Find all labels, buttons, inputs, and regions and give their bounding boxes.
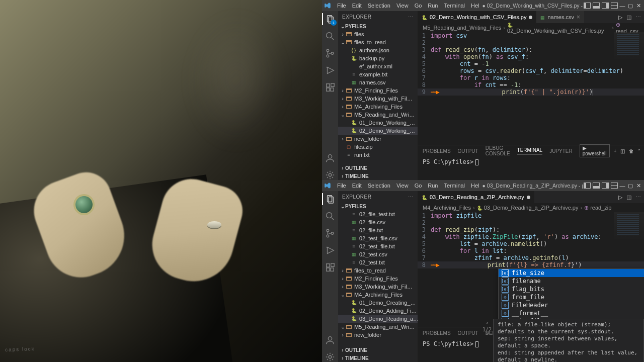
extensions-icon[interactable] — [325, 82, 335, 93]
search-icon[interactable] — [325, 211, 335, 221]
minimap[interactable] — [614, 212, 644, 242]
editor-tab[interactable]: 🐍 03_Demo_Reading_a_ZIP_Archive.py — [418, 191, 534, 203]
tree-item[interactable]: › M4_Archiving_Files — [338, 103, 418, 111]
breadcrumb[interactable]: M5_Reading_and_Writing_Files›🐍 02_Demo_W… — [418, 23, 644, 32]
tree-item[interactable]: 🐍 01_Demo_Working_… — [338, 119, 418, 127]
autocomplete-item[interactable]: ⊘ FileHeader — [499, 301, 644, 309]
more-actions-icon[interactable]: ⋯ — [635, 14, 641, 21]
autocomplete-item[interactable]: [ө] filename — [499, 277, 644, 285]
tree-item[interactable]: › M2_Finding_Files — [338, 275, 418, 283]
tree-item[interactable]: ▢ files.zip — [338, 143, 418, 151]
menu-view[interactable]: View — [393, 183, 412, 189]
layout-toggle-left-icon[interactable] — [584, 183, 591, 189]
code-line[interactable]: ——▶ print(f'{" | ".join(r)}') — [431, 88, 593, 96]
menu-run[interactable]: Run — [425, 183, 441, 189]
close-button[interactable]: ✕ — [635, 182, 642, 189]
panel-tab-problems[interactable]: PROBLEMS — [423, 148, 451, 154]
menu-hel[interactable]: Hel — [468, 3, 482, 9]
tree-item[interactable]: 🐍 02_Demo_Working_… — [338, 127, 418, 135]
run-button[interactable]: ▷ — [618, 194, 622, 201]
layout-toggle-left-icon[interactable] — [584, 3, 591, 9]
menu-go[interactable]: Go — [412, 183, 425, 189]
tree-item[interactable]: 🐍 01_Demo_Creating_… — [338, 299, 418, 307]
code-line[interactable]: def read_csv(fn, delimiter): — [431, 46, 532, 53]
code-editor[interactable]: 1import zipfile23def read_zip(zipf):4 wi… — [418, 212, 644, 327]
tree-item[interactable]: ▦ 02_test.csv — [338, 250, 418, 258]
close-button[interactable]: ✕ — [635, 2, 642, 9]
tree-item[interactable]: 🐍 03_Demo_Reading_a… — [338, 315, 418, 323]
breadcrumb-segment[interactable]: M4_Archiving_Files — [423, 205, 471, 211]
code-line[interactable]: import zipfile — [431, 212, 481, 219]
tree-item[interactable]: › M3_Working_with_Fil… — [338, 283, 418, 291]
tree-item[interactable]: ⌄ M4_Archiving_Files — [338, 291, 418, 299]
layout-customize-icon[interactable] — [611, 3, 618, 9]
split-editor-icon[interactable]: ◫ — [626, 14, 631, 21]
panel-tab-output[interactable]: OUTPUT — [458, 330, 478, 336]
account-icon[interactable] — [325, 153, 335, 163]
autocomplete-popup[interactable]: [ө] file_size [ө] filename [ө] flag_bits… — [498, 268, 644, 326]
minimize-button[interactable]: — — [619, 2, 626, 9]
tree-item[interactable]: ⌄ files_to_read — [338, 38, 418, 46]
more-actions-icon[interactable]: ⋯ — [635, 194, 641, 201]
panel-tab-output[interactable]: OUTPUT — [458, 148, 478, 154]
outline-section[interactable]: ›OUTLINE — [338, 164, 418, 172]
tree-item[interactable]: { } authors.json — [338, 46, 418, 54]
tree-item[interactable]: › new_folder — [338, 135, 418, 143]
tree-item[interactable]: ≡ example.txt — [338, 70, 418, 78]
tree-item[interactable]: ≡ 02_file_test.txt — [338, 210, 418, 218]
tree-item[interactable]: 🐍 backup.py — [338, 54, 418, 62]
code-line[interactable]: lst = archive.namelist() — [431, 240, 547, 247]
code-line[interactable]: ——▶ print(f'{l} => {zfinf.f}') — [431, 261, 582, 268]
more-icon[interactable]: ⋯ — [408, 194, 414, 200]
signature-nav[interactable]: ˄1/2˅ — [482, 322, 492, 337]
account-icon[interactable] — [325, 335, 335, 345]
workspace-root[interactable]: ⌄PYFILES — [338, 22, 418, 30]
code-line[interactable]: with zipfile.ZipFile(zipf, 'r') as archi… — [431, 233, 602, 240]
breadcrumb-segment[interactable]: ⊕ read_zip — [584, 205, 611, 211]
code-line[interactable]: for l in lst: — [431, 247, 507, 254]
terminal-shell-select[interactable]: ▶ powershell — [580, 144, 610, 157]
code-line[interactable]: cnt = -1 — [431, 60, 489, 67]
tree-item[interactable]: ▦ 02_test_file.csv — [338, 234, 418, 242]
source-control-icon[interactable] — [325, 48, 335, 58]
gear-icon[interactable] — [325, 352, 335, 362]
run-button[interactable]: ▷ — [618, 14, 622, 21]
panel-tab-jupyter[interactable]: JUPYTER — [549, 148, 573, 154]
layout-customize-icon[interactable] — [611, 183, 618, 189]
timeline-section[interactable]: ›TIMELINE — [338, 172, 418, 180]
layout-toggle-right-icon[interactable] — [602, 183, 609, 189]
menu-file[interactable]: File — [334, 3, 349, 9]
tree-item[interactable]: ≡ 02_file.txt — [338, 226, 418, 234]
tree-item[interactable]: 🐍 02_Demo_Adding_Fi… — [338, 307, 418, 315]
tree-item[interactable]: › files_to_read — [338, 266, 418, 275]
menu-selection[interactable]: Selection — [365, 3, 393, 9]
extensions-icon[interactable] — [325, 262, 335, 273]
more-icon[interactable]: ⋯ — [408, 14, 414, 20]
menu-selection[interactable]: Selection — [365, 183, 393, 189]
menu-edit[interactable]: Edit — [349, 3, 365, 9]
tree-item[interactable]: › files — [338, 30, 418, 38]
outline-section[interactable]: ›OUTLINE — [338, 346, 418, 354]
autocomplete-item[interactable]: [ө] file_size — [499, 269, 644, 277]
workspace-root[interactable]: ⌄PYFILES — [338, 202, 418, 210]
code-editor[interactable]: 1import csv23def read_csv(fn, delimiter)… — [418, 32, 644, 145]
debug-icon[interactable] — [325, 65, 335, 75]
menu-edit[interactable]: Edit — [349, 183, 365, 189]
files-icon[interactable] — [325, 194, 335, 204]
code-line[interactable]: def read_zip(zipf): — [431, 226, 500, 233]
layout-toggle-right-icon[interactable] — [602, 3, 609, 9]
autocomplete-item[interactable]: [ө] flag_bits — [499, 285, 644, 293]
autocomplete-item[interactable]: ⊘ __format__ — [499, 309, 644, 317]
tree-item[interactable]: ≡ 02_test.txt — [338, 258, 418, 266]
autocomplete-item[interactable]: ⊘ from_file — [499, 293, 644, 301]
source-control-icon[interactable] — [325, 228, 335, 238]
tree-item[interactable]: ⌄ M5_Reading_and_Wri… — [338, 111, 418, 119]
breadcrumb-segment[interactable]: M5_Reading_and_Writing_Files — [423, 25, 501, 31]
code-line[interactable]: rows = csv.reader(csv_f, delimiter=delim… — [431, 67, 623, 74]
minimize-button[interactable]: — — [619, 182, 626, 189]
new-terminal-icon[interactable]: + — [614, 148, 617, 154]
panel-tab-problems[interactable]: PROBLEMS — [423, 330, 451, 336]
split-terminal-icon[interactable]: ◫ — [620, 148, 625, 154]
trash-icon[interactable]: 🗑 — [629, 148, 634, 154]
panel-tab-debug-console[interactable]: DEBUG CONSOLE — [486, 145, 510, 156]
